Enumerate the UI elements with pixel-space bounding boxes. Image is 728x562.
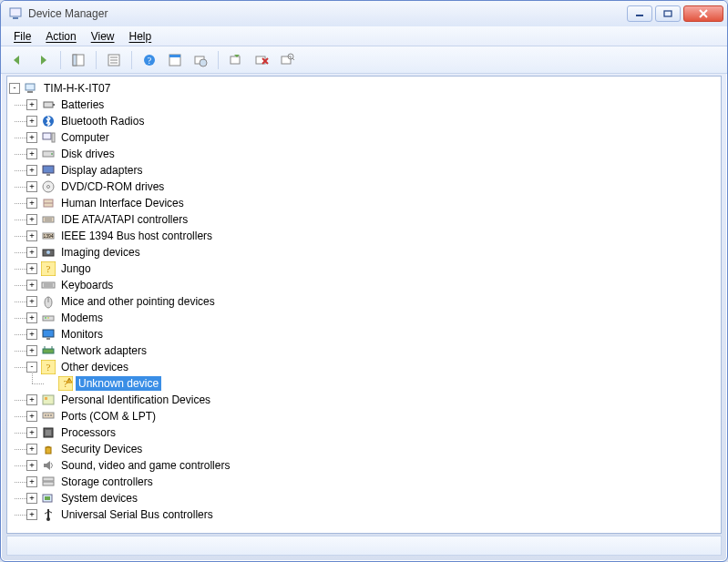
tree-node[interactable]: +Modems: [26, 310, 719, 326]
tree-node[interactable]: +DVD/CD-ROM drives: [26, 179, 719, 195]
system-icon: [41, 491, 56, 506]
tree-node[interactable]: +Security Devices: [26, 441, 719, 457]
expand-icon[interactable]: +: [26, 214, 37, 225]
expand-icon[interactable]: +: [26, 345, 37, 356]
close-button[interactable]: [683, 5, 723, 22]
expand-icon[interactable]: +: [26, 263, 37, 274]
tree-node-label[interactable]: System devices: [58, 491, 140, 506]
tree-node-label[interactable]: Universal Serial Bus controllers: [58, 507, 216, 522]
expand-icon[interactable]: +: [26, 444, 37, 455]
expand-icon[interactable]: +: [26, 99, 37, 110]
tree-node[interactable]: +Processors: [26, 424, 719, 441]
expand-icon[interactable]: +: [26, 148, 37, 159]
tree-node[interactable]: +Universal Serial Bus controllers: [26, 506, 719, 523]
toolbar-show-console-tree-button[interactable]: [67, 49, 89, 71]
toolbar-disable-button[interactable]: [251, 49, 272, 71]
tree-node-label[interactable]: Other devices: [58, 360, 131, 374]
expand-icon[interactable]: +: [26, 230, 37, 241]
tree-node-label[interactable]: Modems: [58, 311, 106, 325]
tree-node[interactable]: +Keyboards: [26, 277, 719, 293]
tree-node-label[interactable]: IEEE 1394 Bus host controllers: [58, 229, 215, 243]
tree-node-label[interactable]: DVD/CD-ROM drives: [58, 179, 167, 194]
titlebar[interactable]: Device Manager: [1, 1, 727, 26]
tree-node-label[interactable]: Sound, video and game controllers: [58, 458, 232, 473]
tree-node-label[interactable]: Imaging devices: [58, 245, 143, 260]
expand-icon[interactable]: +: [26, 312, 37, 323]
tree-node[interactable]: +Storage controllers: [26, 474, 719, 490]
toolbar-scan-hardware-button[interactable]: [276, 49, 298, 71]
tree-node[interactable]: +1394IEEE 1394 Bus host controllers: [26, 228, 719, 244]
tree-node[interactable]: -?Other devices: [26, 359, 719, 375]
expand-icon[interactable]: +: [26, 247, 37, 258]
tree-node-label[interactable]: Personal Identification Devices: [58, 393, 213, 407]
tree-node-label[interactable]: Security Devices: [58, 442, 145, 456]
toolbar-uninstall-button[interactable]: [225, 49, 247, 71]
expand-icon[interactable]: +: [26, 198, 37, 209]
tree-node[interactable]: +Imaging devices: [26, 244, 719, 261]
tree-node-label[interactable]: Mice and other pointing devices: [58, 294, 218, 309]
tree-node[interactable]: +Human Interface Devices: [26, 195, 719, 211]
tree-node[interactable]: +Network adapters: [26, 342, 719, 359]
tree-node-label[interactable]: Network adapters: [58, 343, 149, 358]
toolbar-refresh-button[interactable]: [164, 49, 186, 71]
tree-node[interactable]: +Disk drives: [26, 146, 719, 162]
toolbar-back-button[interactable]: [6, 49, 28, 71]
tree-node[interactable]: +?Jungo: [26, 261, 719, 277]
expand-icon[interactable]: +: [26, 280, 37, 291]
tree-node-label[interactable]: Bluetooth Radios: [58, 114, 147, 128]
expand-icon[interactable]: +: [26, 509, 37, 520]
tree-node[interactable]: +IDE ATA/ATAPI controllers: [26, 211, 719, 228]
minimize-button[interactable]: [627, 5, 652, 22]
tree-node[interactable]: ?!Unknown device: [44, 375, 719, 392]
menu-file[interactable]: File: [6, 28, 38, 45]
expand-icon[interactable]: +: [26, 460, 37, 471]
menu-help[interactable]: Help: [122, 28, 159, 45]
expand-icon[interactable]: +: [26, 296, 37, 307]
tree-node[interactable]: -TIM-H-K-IT07: [9, 80, 719, 97]
tree-node[interactable]: +Ports (COM & LPT): [26, 408, 719, 424]
expand-icon[interactable]: +: [26, 427, 37, 438]
expand-icon[interactable]: +: [26, 493, 37, 504]
tree-node-label[interactable]: Unknown device: [76, 376, 161, 391]
expand-icon[interactable]: +: [26, 411, 37, 422]
collapse-icon[interactable]: -: [9, 83, 20, 94]
tree-node-label[interactable]: Computer: [58, 130, 112, 145]
port-icon: [41, 409, 56, 424]
expand-icon[interactable]: +: [26, 116, 37, 127]
tree-node[interactable]: +System devices: [26, 490, 719, 506]
toolbar-forward-button[interactable]: [32, 49, 54, 71]
menu-view[interactable]: View: [84, 28, 122, 45]
tree-node-label[interactable]: TIM-H-K-IT07: [41, 81, 113, 96]
tree-node[interactable]: +Bluetooth Radios: [26, 113, 719, 129]
tree-node-label[interactable]: Disk drives: [58, 147, 118, 161]
tree-node-label[interactable]: Batteries: [58, 97, 107, 112]
tree-node[interactable]: +Monitors: [26, 326, 719, 342]
expand-icon[interactable]: +: [26, 476, 37, 487]
toolbar-update-driver-button[interactable]: [190, 49, 211, 71]
tree-node-label[interactable]: Display adapters: [58, 163, 145, 178]
tree-node-label[interactable]: Processors: [58, 425, 118, 440]
expand-icon[interactable]: +: [26, 329, 37, 340]
tree-node[interactable]: +Personal Identification Devices: [26, 392, 719, 408]
tree-node-label[interactable]: Storage controllers: [58, 475, 156, 489]
maximize-button[interactable]: [655, 5, 681, 22]
tree-node[interactable]: +Mice and other pointing devices: [26, 293, 719, 310]
menu-action[interactable]: Action: [38, 28, 83, 45]
expand-icon[interactable]: +: [26, 394, 37, 405]
tree-node-label[interactable]: Keyboards: [58, 278, 116, 292]
tree-node-label[interactable]: Monitors: [58, 327, 106, 342]
expand-icon[interactable]: +: [26, 181, 37, 192]
tree-node[interactable]: +Batteries: [26, 97, 719, 113]
toolbar-properties-button[interactable]: [103, 49, 125, 71]
expand-icon[interactable]: +: [26, 132, 37, 143]
tree-node-label[interactable]: Ports (COM & LPT): [58, 409, 159, 424]
tree-node-label[interactable]: Jungo: [58, 261, 94, 276]
expand-icon[interactable]: +: [26, 165, 37, 176]
toolbar-help-button[interactable]: ?: [138, 49, 160, 71]
tree-node-label[interactable]: Human Interface Devices: [58, 196, 187, 210]
tree-node[interactable]: +Computer: [26, 129, 719, 146]
tree-node[interactable]: +Display adapters: [26, 162, 719, 179]
tree-node[interactable]: +Sound, video and game controllers: [26, 457, 719, 474]
tree-node-label[interactable]: IDE ATA/ATAPI controllers: [58, 212, 190, 227]
tree-pane[interactable]: -TIM-H-K-IT07+Batteries+Bluetooth Radios…: [6, 76, 722, 534]
